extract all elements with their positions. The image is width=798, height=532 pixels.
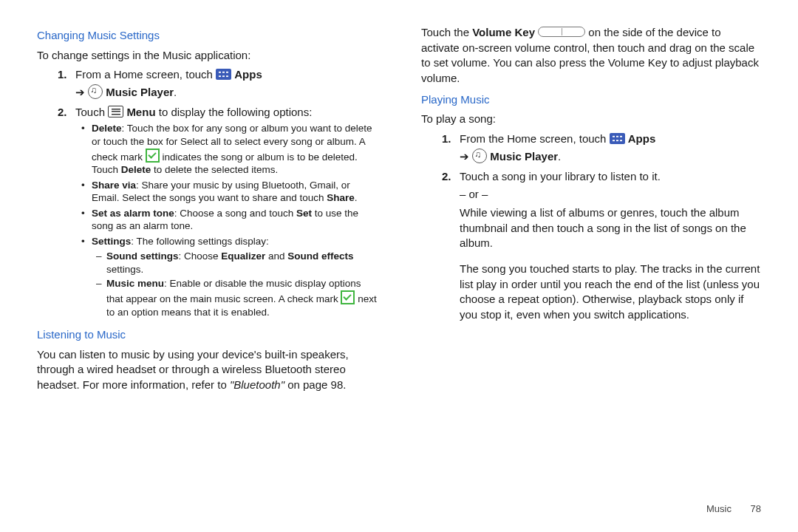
menu-icon bbox=[108, 106, 123, 117]
page-footer: Music 78 bbox=[37, 502, 761, 516]
step-body: Touch Menu to display the following opti… bbox=[75, 105, 377, 120]
heading-playing-music: Playing Music bbox=[421, 92, 761, 108]
step-number: 1. bbox=[442, 132, 460, 147]
step-2: 2. Touch Menu to display the following o… bbox=[37, 105, 377, 120]
music-player-icon bbox=[88, 84, 103, 99]
step-body: Touch a song in your library to listen t… bbox=[460, 169, 761, 185]
intro-play: To play a song: bbox=[421, 112, 761, 127]
footer-page-number: 78 bbox=[751, 503, 761, 514]
playback-text: The song you touched starts to play. The… bbox=[421, 262, 761, 323]
play-step-1: 1. From the Home screen, touch Apps bbox=[421, 132, 761, 147]
check-icon bbox=[146, 149, 160, 163]
heading-listening-to-music: Listening to Music bbox=[37, 327, 377, 343]
step-1-cont: ➔ Music Player. bbox=[37, 84, 377, 100]
play-step-2: 2. Touch a song in your library to liste… bbox=[421, 169, 761, 185]
step-number: 1. bbox=[58, 67, 75, 83]
step-2-alt: While viewing a list of albums or genres… bbox=[421, 205, 761, 251]
intro-text: To change settings in the Music applicat… bbox=[37, 48, 377, 64]
apps-icon bbox=[216, 69, 231, 80]
step-number: 2. bbox=[442, 169, 460, 185]
step-body: From the Home screen, touch Apps bbox=[460, 132, 761, 147]
dash-sound-settings: – Sound settings: Choose Equalizer and S… bbox=[37, 250, 377, 276]
bullet-set-alarm: • Set as alarm tone: Choose a song and t… bbox=[37, 207, 377, 233]
listening-text: You can listen to music by using your de… bbox=[37, 347, 377, 393]
bullet-delete: • Delete: Touch the box for any song or … bbox=[37, 122, 377, 176]
bullet-share-via: • Share via: Share your music by using B… bbox=[37, 179, 377, 205]
volume-key-icon bbox=[538, 27, 585, 37]
heading-changing-music-settings: Changing Music Settings bbox=[37, 28, 377, 44]
step-number: 2. bbox=[58, 105, 75, 120]
check-icon bbox=[341, 290, 355, 304]
music-player-icon bbox=[472, 149, 487, 163]
apps-icon bbox=[610, 133, 625, 144]
step-1: 1. From a Home screen, touch Apps bbox=[37, 67, 377, 83]
play-step-1-cont: ➔ Music Player. bbox=[421, 149, 761, 165]
footer-section: Music bbox=[706, 503, 732, 514]
or-text: – or – bbox=[421, 187, 761, 202]
bullet-settings: • Settings: The following settings displ… bbox=[37, 235, 377, 248]
volume-key-text: Touch the Volume Key on the side of the … bbox=[421, 25, 761, 86]
dash-music-menu: – Music menu: Enable or disable the musi… bbox=[37, 277, 377, 318]
step-body: From a Home screen, touch Apps bbox=[75, 67, 377, 83]
left-column: Changing Music Settings To change settin… bbox=[37, 22, 377, 495]
right-column: Touch the Volume Key on the side of the … bbox=[421, 22, 761, 495]
